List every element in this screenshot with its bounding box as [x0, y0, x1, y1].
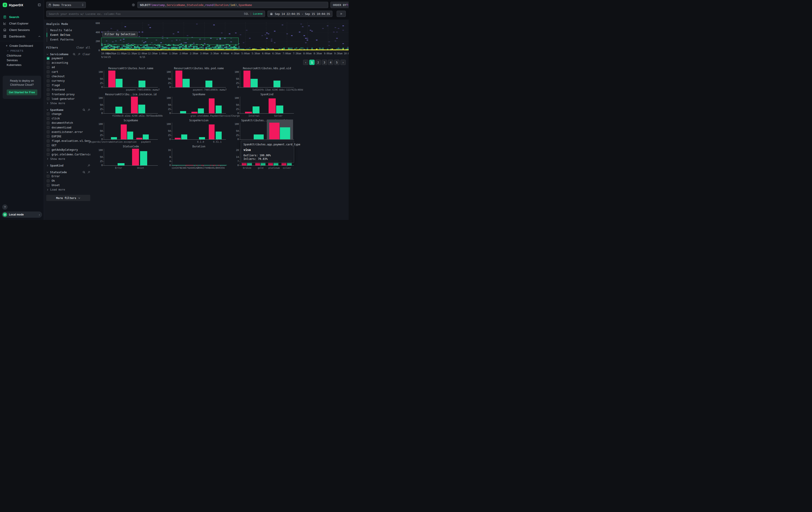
inlier-bar[interactable] [139, 81, 145, 87]
outlier-bar[interactable] [108, 71, 115, 87]
pagination-page-3[interactable]: 3 [322, 60, 327, 65]
inlier-bar[interactable] [254, 134, 264, 140]
checkbox[interactable] [47, 84, 50, 87]
filter-section-title[interactable]: StatusCode [50, 170, 81, 174]
checkbox[interactable] [47, 140, 50, 142]
filter-checkbox-frontend[interactable]: frontend [46, 88, 90, 92]
gear-icon[interactable] [132, 3, 135, 7]
filter-checkbox-get[interactable]: GET [46, 143, 90, 147]
inlier-bar[interactable] [205, 81, 212, 87]
chevron-down-icon[interactable] [46, 109, 49, 111]
filter-by-selection-button[interactable]: Filter by Selection [102, 32, 138, 37]
filter-checkbox-change[interactable]: change [46, 112, 90, 116]
checkbox[interactable] [47, 175, 50, 178]
checkbox[interactable] [47, 126, 50, 129]
inlier-bar[interactable] [115, 107, 122, 113]
outlier-bar[interactable] [131, 97, 138, 113]
outlier-bar[interactable] [209, 125, 215, 139]
filter-section-title[interactable]: SpanKind [50, 164, 85, 167]
outlier-bar[interactable] [269, 99, 276, 113]
pin-icon[interactable] [78, 53, 81, 56]
outlier-bar[interactable] [175, 138, 181, 139]
pagination-next-button[interactable]: › [340, 60, 346, 65]
inlier-bar[interactable] [127, 132, 133, 139]
checkbox[interactable] [47, 184, 50, 187]
outlier-bar[interactable] [243, 71, 250, 87]
filter-show-more-link[interactable]: Show more [46, 157, 90, 161]
checkbox[interactable] [47, 117, 50, 120]
checkbox[interactable] [47, 75, 50, 78]
filter-checkbox-accounting[interactable]: accounting [46, 61, 90, 65]
chevron-right-icon[interactable] [46, 164, 49, 167]
inlier-bar[interactable] [199, 137, 205, 139]
filter-section-title[interactable]: SpanName [50, 108, 81, 111]
inlier-bar[interactable] [138, 105, 145, 113]
sidebar-item-search[interactable]: Search [0, 14, 44, 20]
get-started-button[interactable]: Get Started for Free [7, 89, 37, 95]
filter-show-more-link[interactable]: Show more [46, 102, 90, 105]
sidebar-preset-kubernetes[interactable]: Kubernetes [0, 62, 44, 67]
events-heatmap[interactable] [101, 22, 349, 50]
sidebar-item-chart-explorer[interactable]: Chart Explorer [0, 20, 44, 27]
search-icon[interactable] [83, 108, 85, 111]
filter-checkbox-expire[interactable]: EXPIRE [46, 134, 90, 138]
filter-checkbox-documentload[interactable]: documentLoad [46, 125, 90, 129]
filter-checkbox-flagd[interactable]: flagd [46, 83, 90, 87]
more-filters-button[interactable]: More filters [46, 195, 90, 201]
checkbox[interactable] [47, 144, 50, 147]
checkbox[interactable] [47, 79, 50, 82]
outlier-bar[interactable] [209, 99, 215, 113]
inlier-bar[interactable] [180, 111, 186, 113]
sidebar-collapse-icon[interactable] [37, 3, 41, 7]
checkbox[interactable] [47, 66, 50, 69]
sidebar-preset-services[interactable]: Services [0, 58, 44, 62]
filter-checkbox-currency[interactable]: currency [46, 79, 90, 83]
sql-query-input[interactable]: SELECT Timestamp, ServiceName, StatusCod… [137, 2, 328, 8]
outlier-bar[interactable] [132, 149, 139, 165]
time-range-picker[interactable]: Sep 14 22:04:35 - Sep 15 10:04:35 [267, 11, 332, 17]
search-icon[interactable] [73, 53, 76, 56]
inlier-bar[interactable] [182, 79, 190, 87]
sql-mode-button[interactable]: SQL [244, 12, 249, 16]
inlier-bar[interactable] [140, 151, 147, 166]
filter-checkbox-frontend-proxy[interactable]: frontend-proxy [46, 92, 90, 97]
filter-checkbox-getadsbycategory[interactable]: getAdsByCategory [46, 148, 90, 152]
pagination-page-2[interactable]: 2 [316, 60, 321, 65]
lucene-mode-button[interactable]: Lucene [253, 12, 263, 16]
chevron-down-icon[interactable] [46, 53, 49, 55]
inlier-bar[interactable] [216, 106, 222, 113]
outlier-bar[interactable] [121, 125, 127, 139]
sidebar-preset-clickhouse[interactable]: ClickHouse [0, 53, 44, 58]
outlier-bar[interactable] [245, 112, 252, 113]
checkbox[interactable] [47, 131, 50, 133]
checkbox[interactable] [47, 153, 50, 156]
checkbox[interactable] [47, 61, 50, 64]
chevron-down-icon[interactable] [46, 171, 49, 173]
filter-checkbox-error[interactable]: Error [46, 174, 90, 178]
checkbox[interactable] [47, 122, 50, 125]
pagination-page-4[interactable]: 4 [328, 60, 333, 65]
inlier-bar[interactable] [116, 79, 122, 87]
inlier-bar[interactable] [216, 132, 222, 139]
local-mode-button[interactable]: U Local mode › [2, 212, 42, 218]
pin-icon[interactable] [87, 171, 90, 173]
analysis-mode-event-deltas[interactable]: Event Deltas [47, 32, 90, 37]
checkbox[interactable] [47, 180, 50, 182]
inlier-bar[interactable] [273, 81, 280, 87]
search-icon[interactable] [83, 171, 85, 173]
checkbox[interactable] [47, 57, 50, 60]
inlier-bar[interactable] [111, 137, 117, 139]
outlier-bar[interactable] [175, 71, 182, 87]
inlier-bar[interactable] [280, 127, 290, 139]
filter-load-more-link[interactable]: Load more [46, 188, 90, 191]
inlier-bar[interactable] [251, 79, 258, 87]
order-by-input[interactable]: ORDER BY Timestamp DESC [330, 2, 349, 8]
filter-checkbox-documentfetch[interactable]: documentFetch [46, 121, 90, 125]
filter-checkbox-ad[interactable]: ad [46, 65, 90, 69]
pagination-prev-button[interactable]: ‹ [303, 60, 309, 65]
search-input[interactable]: Search your events w/ Lucene ex. column:… [46, 11, 265, 17]
pagination-page-1[interactable]: 1 [309, 60, 315, 65]
run-query-button[interactable] [337, 11, 346, 17]
filter-checkbox-click[interactable]: click [46, 116, 90, 120]
inlier-bar[interactable] [253, 106, 259, 113]
